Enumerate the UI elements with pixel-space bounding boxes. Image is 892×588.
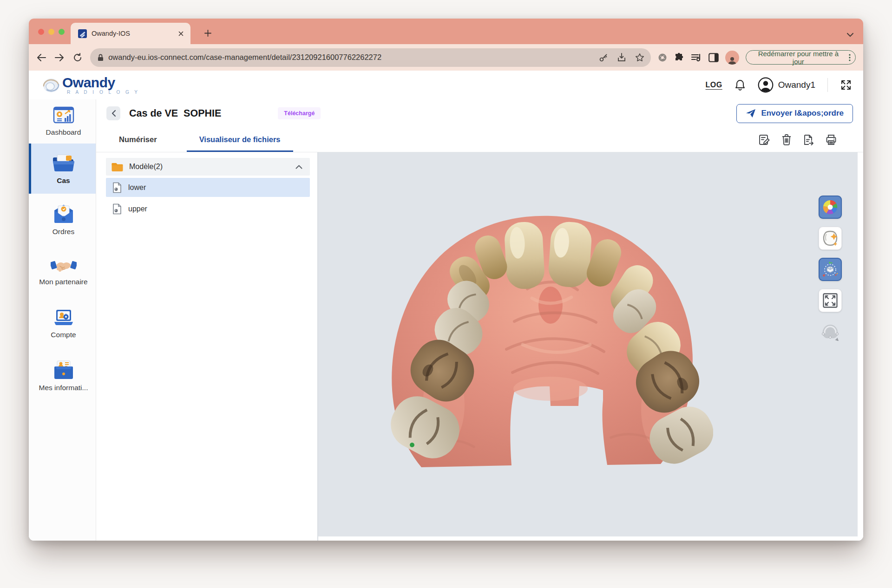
chevron-up-icon[interactable]	[295, 165, 302, 169]
viewer-toolbar	[819, 196, 842, 343]
file-tree-panel: Modèle(2) lower upper	[96, 152, 318, 541]
key-icon[interactable]	[599, 53, 608, 62]
minimize-window-button[interactable]	[48, 29, 54, 35]
sidebar-item-label: Mes informati...	[39, 384, 88, 392]
browser-tabstrip: Owandy-IOS	[29, 19, 863, 44]
back-button[interactable]	[106, 106, 120, 120]
handshake-icon	[51, 258, 77, 274]
sidebar: Dashboard Cas	[29, 99, 96, 541]
folder-label: Modèle(2)	[129, 163, 289, 171]
update-browser-button[interactable]: Redémarrer pour mettre à jour	[746, 50, 856, 65]
tooth-enhance-tool-button[interactable]	[819, 227, 842, 250]
log-link[interactable]: LOG	[706, 81, 722, 89]
menu-dots-icon	[849, 54, 851, 61]
back-icon[interactable]	[35, 52, 47, 64]
tree-folder-modele[interactable]: Modèle(2)	[106, 158, 310, 176]
file-name: upper	[128, 205, 147, 213]
bell-icon[interactable]	[735, 79, 746, 91]
sidebar-item-label: Dashboard	[46, 128, 81, 137]
dashboard-icon	[53, 106, 74, 124]
reading-list-icon[interactable]	[691, 53, 702, 62]
donut-icon[interactable]	[657, 52, 668, 63]
tooth-sparkle-icon	[822, 230, 839, 247]
cube-axes-icon	[822, 261, 839, 278]
color-wheel-tool-button[interactable]	[819, 196, 842, 219]
model-file-icon	[112, 203, 122, 215]
sidebar-item-compte[interactable]: Compte	[29, 298, 96, 350]
update-browser-label: Redémarrer pour mettre à jour	[753, 50, 845, 65]
trash-icon[interactable]	[781, 134, 792, 146]
model-file-icon	[112, 182, 122, 193]
send-order-button[interactable]: Envoyer l&apos;ordre	[736, 104, 853, 123]
status-badge: Téléchargé	[278, 107, 321, 119]
sidebar-item-ordres[interactable]: Ordres	[29, 194, 96, 246]
browser-tab[interactable]: Owandy-IOS	[71, 23, 190, 44]
puzzle-icon[interactable]	[674, 52, 684, 63]
logo-swirl-icon	[41, 76, 61, 94]
user-menu[interactable]: Owandy1	[758, 77, 815, 93]
browser-profile-avatar[interactable]	[725, 51, 739, 65]
file-row-lower[interactable]: lower	[106, 178, 310, 197]
send-order-label: Envoyer l&apos;ordre	[761, 109, 844, 118]
account-laptop-icon	[52, 309, 75, 327]
app-header: Owandy R A D I O L O G Y LOG Owandy1	[29, 71, 863, 99]
sidebar-panel-icon[interactable]	[708, 53, 719, 62]
print-icon[interactable]	[825, 134, 837, 146]
case-header: Cas de VE SOPHIE Téléchargé Envoyer l&ap…	[96, 99, 863, 127]
arch-measure-tool-button[interactable]	[819, 320, 842, 343]
model-3d[interactable]	[388, 205, 713, 470]
download-icon[interactable]	[617, 53, 626, 62]
close-tab-icon[interactable]	[177, 29, 185, 38]
lock-icon[interactable]	[98, 54, 104, 61]
window-controls	[38, 29, 65, 35]
tab-visualiseur-de-fichiers[interactable]: Visualiseur de fichiers	[187, 127, 293, 152]
fit-to-screen-tool-button[interactable]	[819, 289, 842, 312]
logo-subtitle: R A D I O L O G Y	[67, 90, 140, 95]
browser-window: Owandy-IOS owandy-eu.ios-connect.com/cas…	[29, 19, 863, 541]
browser-toolbar: owandy-eu.ios-connect.com/case-managemen…	[29, 44, 863, 71]
sidebar-item-label: Ordres	[52, 228, 74, 236]
owandy-logo: Owandy R A D I O L O G Y	[41, 76, 140, 95]
reload-icon[interactable]	[72, 52, 84, 64]
color-wheel-icon	[822, 199, 838, 215]
screen: Owandy-IOS owandy-eu.ios-connect.com/cas…	[0, 0, 892, 588]
header-divider	[827, 78, 828, 92]
cases-folder-icon	[52, 153, 76, 172]
expand-view-icon	[822, 293, 838, 308]
sidebar-item-label: Mon partenaire	[39, 278, 87, 286]
page-title: Cas de VE SOPHIE	[129, 108, 221, 119]
zoom-window-button[interactable]	[59, 29, 65, 35]
tab-search-chevron-icon[interactable]	[846, 31, 854, 39]
paper-plane-icon	[746, 109, 756, 118]
file-name: lower	[128, 183, 146, 192]
user-avatar-icon	[758, 77, 774, 93]
sidebar-item-label: Cas	[57, 176, 70, 185]
username: Owandy1	[778, 80, 815, 90]
star-icon[interactable]	[635, 53, 644, 62]
arch-measure-icon	[820, 322, 840, 341]
sidebar-item-label: Compte	[51, 331, 76, 339]
logo-name: Owandy	[62, 76, 140, 90]
edit-note-icon[interactable]	[758, 134, 770, 146]
tab-title: Owandy-IOS	[92, 30, 177, 37]
orientation-cube-tool-button[interactable]	[819, 258, 842, 281]
folder-icon	[112, 162, 123, 171]
fullscreen-icon[interactable]	[840, 79, 852, 91]
tab-numeriser[interactable]: Numériser	[106, 127, 170, 152]
address-bar[interactable]: owandy-eu.ios-connect.com/case-managemen…	[90, 48, 651, 67]
tab-favicon-icon	[78, 29, 87, 38]
sidebar-item-mes-informations[interactable]: Mes informati...	[29, 350, 96, 402]
orders-envelope-icon	[52, 204, 75, 223]
my-info-wallet-icon	[53, 360, 74, 379]
export-file-icon[interactable]	[803, 134, 814, 146]
new-tab-icon[interactable]	[204, 30, 211, 39]
sidebar-item-mon-partenaire[interactable]: Mon partenaire	[29, 246, 96, 298]
model-viewer-canvas[interactable]	[318, 152, 858, 536]
sidebar-item-cas[interactable]: Cas	[29, 144, 96, 194]
tabs-bar: Numériser Visualiseur de fichiers	[96, 127, 863, 152]
forward-icon[interactable]	[53, 52, 65, 64]
url-text[interactable]: owandy-eu.ios-connect.com/case-managemen…	[108, 53, 590, 62]
close-window-button[interactable]	[38, 29, 44, 35]
file-row-upper[interactable]: upper	[106, 199, 310, 218]
sidebar-item-dashboard[interactable]: Dashboard	[29, 99, 96, 144]
